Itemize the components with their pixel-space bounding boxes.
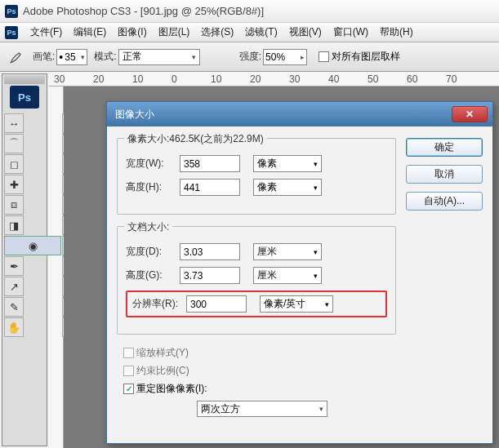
- sample-all-label: 对所有图层取样: [332, 50, 400, 64]
- mode-label: 模式:: [94, 50, 116, 64]
- menu-file[interactable]: 文件(F): [25, 23, 68, 42]
- menu-select[interactable]: 选择(S): [195, 23, 239, 42]
- menu-layer[interactable]: 图层(L): [153, 23, 196, 42]
- chevron-down-icon: ▾: [314, 160, 318, 168]
- tool-pen[interactable]: ✒: [4, 256, 24, 276]
- width-input[interactable]: 358: [180, 155, 240, 172]
- pixel-dims-legend: 像素大小:462.5K(之前为22.9M): [124, 132, 267, 146]
- mode-picker[interactable]: 模式: 正常 ▾: [94, 49, 199, 65]
- chevron-down-icon: ▾: [319, 405, 323, 413]
- doc-height-unit-select[interactable]: 厘米▾: [253, 267, 322, 284]
- constrain-proportions-checkbox[interactable]: 约束比例(C): [123, 364, 189, 378]
- checkbox-icon: [123, 384, 134, 394]
- auto-button[interactable]: 自动(A)...: [406, 192, 483, 211]
- tools-palette: Ps ↔▭⌒✧◻⟋✚🖌⧈↶◨▤◉◐✒T↗▢✎✐✋🔍: [2, 73, 47, 446]
- doc-width-label: 宽度(D):: [126, 245, 180, 259]
- tool-blur[interactable]: ◉: [4, 236, 61, 255]
- resolution-input[interactable]: 300: [186, 295, 247, 313]
- resolution-unit-select[interactable]: 像素/英寸▾: [260, 295, 333, 313]
- dialog-options: 缩放样式(Y) 约束比例(C) 重定图像像素(I): 两次立方▾: [117, 346, 396, 417]
- cancel-button[interactable]: 取消: [406, 165, 483, 184]
- width-label: 宽度(W):: [126, 157, 180, 171]
- doc-width-input[interactable]: 3.03: [180, 243, 240, 260]
- smudge-tool-icon[interactable]: [7, 47, 26, 67]
- menu-window[interactable]: 窗口(W): [327, 23, 374, 42]
- ok-button[interactable]: 确定: [406, 138, 483, 157]
- chevron-right-icon: ▸: [301, 53, 305, 61]
- chevron-down-icon: ▾: [325, 300, 329, 308]
- doc-height-input[interactable]: 3.73: [180, 267, 240, 284]
- tool-notes[interactable]: ✎: [4, 297, 24, 317]
- checkbox-icon: [123, 366, 134, 376]
- brush-picker[interactable]: 画笔: • 35 ▾: [33, 49, 87, 65]
- brush-size: 35: [65, 51, 75, 63]
- chevron-down-icon: ▾: [314, 272, 318, 280]
- strength-value: 50%: [265, 51, 285, 63]
- height-unit-select[interactable]: 像素▾: [253, 179, 322, 196]
- checkbox-icon: [319, 51, 329, 62]
- menubar: Ps 文件(F) 编辑(E) 图像(I) 图层(L) 选择(S) 滤镜(T) 视…: [0, 23, 499, 42]
- width-unit-select[interactable]: 像素▾: [253, 155, 322, 172]
- tool-path[interactable]: ↗: [4, 277, 24, 296]
- resample-checkbox[interactable]: 重定图像像素(I):: [123, 382, 207, 396]
- resolution-highlight: 分辨率(R): 300 像素/英寸▾: [126, 291, 387, 317]
- menu-help[interactable]: 帮助(H): [374, 23, 419, 42]
- mode-value: 正常: [123, 50, 142, 64]
- strength-label: 强度:: [239, 50, 261, 64]
- checkbox-icon: [123, 348, 134, 358]
- tool-hand[interactable]: ✋: [4, 317, 24, 337]
- height-label: 高度(H):: [126, 180, 180, 194]
- ps-icon: Ps: [5, 26, 18, 39]
- close-button[interactable]: ✕: [452, 106, 488, 122]
- tool-stamp[interactable]: ⧈: [4, 195, 24, 215]
- chevron-down-icon: ▾: [314, 248, 318, 256]
- document-size-group: 文档大小: 宽度(D): 3.03 厘米▾ 高度(G): 3.73 厘米▾ 分辨…: [117, 226, 396, 335]
- window-title: Adobe Photoshop CS3 - [901.jpg @ 25%(RGB…: [23, 5, 264, 17]
- menu-filter[interactable]: 滤镜(T): [239, 23, 283, 42]
- tool-crop[interactable]: ◻: [4, 154, 24, 174]
- menu-view[interactable]: 视图(V): [283, 23, 327, 42]
- tool-move[interactable]: ↔: [4, 113, 24, 133]
- doc-height-label: 高度(G):: [126, 268, 180, 282]
- menu-image[interactable]: 图像(I): [112, 23, 152, 42]
- doc-width-unit-select[interactable]: 厘米▾: [253, 243, 322, 260]
- scale-styles-checkbox[interactable]: 缩放样式(Y): [123, 346, 189, 360]
- chevron-down-icon: ▾: [314, 184, 318, 192]
- tool-lasso[interactable]: ⌒: [4, 134, 24, 153]
- pixel-dimensions-group: 像素大小:462.5K(之前为22.9M) 宽度(W): 358 像素▾ 高度(…: [117, 138, 396, 215]
- palette-grip[interactable]: [4, 76, 45, 84]
- ps-logo-icon: Ps: [10, 86, 39, 109]
- photoshop-window: Ps Adobe Photoshop CS3 - [901.jpg @ 25%(…: [0, 0, 499, 448]
- titlebar: Ps Adobe Photoshop CS3 - [901.jpg @ 25%(…: [0, 0, 499, 23]
- image-size-dialog: 图像大小 ✕ 像素大小:462.5K(之前为22.9M) 宽度(W): 358 …: [106, 101, 493, 444]
- app-icon: Ps: [5, 5, 18, 18]
- chevron-down-icon: ▾: [81, 53, 85, 61]
- tool-eraser[interactable]: ◨: [4, 215, 24, 235]
- sample-all-layers-checkbox[interactable]: 对所有图层取样: [319, 50, 400, 64]
- tool-heal[interactable]: ✚: [4, 175, 24, 194]
- height-input[interactable]: 441: [180, 179, 240, 196]
- brush-label: 画笔:: [33, 50, 55, 64]
- chevron-down-icon: ▾: [192, 53, 196, 61]
- menu-edit[interactable]: 编辑(E): [68, 23, 112, 42]
- dialog-titlebar[interactable]: 图像大小 ✕: [107, 102, 492, 126]
- strength-picker[interactable]: 强度: 50% ▸: [239, 49, 307, 65]
- resolution-label: 分辨率(R):: [132, 297, 186, 311]
- tool-options-bar: 画笔: • 35 ▾ 模式: 正常 ▾ 强度: 50% ▸ 对所有图层取样: [0, 42, 499, 72]
- doc-dims-legend: 文档大小:: [124, 220, 172, 234]
- dialog-title: 图像大小: [115, 108, 154, 122]
- resample-method-select[interactable]: 两次立方▾: [197, 401, 327, 417]
